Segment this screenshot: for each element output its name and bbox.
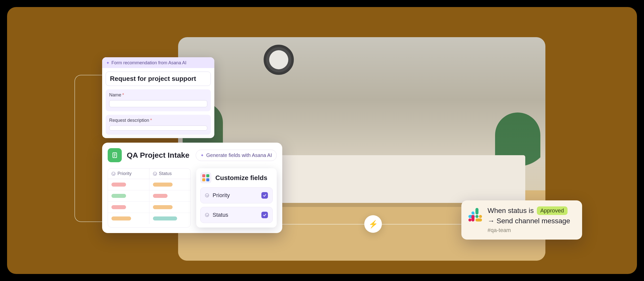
generate-fields-button[interactable]: ✦ Generate fields with Asana AI	[196, 150, 277, 161]
automation-rule-card: When status is Approved → Send channel m…	[461, 200, 582, 240]
slack-icon	[468, 207, 482, 221]
sparkle-icon: ✦	[200, 153, 204, 158]
required-marker: *	[122, 92, 124, 98]
column-header-status: Status	[149, 168, 191, 179]
automation-bolt-badge: ⚡	[364, 215, 382, 233]
form-group-description: Request description *	[106, 115, 211, 135]
column-header-priority: Priority	[108, 168, 149, 179]
fields-preview-table: Priority Status	[108, 168, 191, 228]
form-title-input[interactable]: Request for project support	[106, 72, 211, 86]
generate-fields-label: Generate fields with Asana AI	[206, 152, 272, 158]
rule-action-label: Send channel message	[497, 217, 570, 225]
form-group-name: Name *	[106, 89, 211, 111]
chevron-down-icon	[205, 193, 209, 197]
chevron-down-icon	[205, 213, 209, 217]
checkbox-checked-icon[interactable]	[261, 212, 268, 218]
customize-icon	[200, 172, 211, 183]
chevron-down-icon	[111, 172, 115, 176]
field-label-status: Status	[213, 212, 258, 218]
table-row	[108, 179, 190, 190]
field-label-priority: Priority	[213, 192, 258, 199]
description-input[interactable]	[109, 126, 207, 131]
background-panel: ⚡ ✦ Form recommendation from Asana AI Re…	[7, 7, 637, 274]
table-row	[108, 202, 190, 213]
checkbox-checked-icon[interactable]	[261, 192, 268, 199]
arrow-icon: →	[488, 217, 495, 225]
form-recommendation-card: ✦ Form recommendation from Asana AI Requ…	[102, 57, 214, 138]
field-toggle-status[interactable]: Status	[200, 207, 273, 223]
table-row	[108, 190, 190, 202]
name-input[interactable]	[109, 100, 207, 107]
field-toggle-priority[interactable]: Priority	[200, 187, 273, 203]
description-field-label: Request description	[109, 118, 149, 123]
name-field-label: Name	[109, 92, 121, 98]
project-title: QA Project Intake	[127, 151, 191, 159]
wall-clock-icon	[264, 45, 294, 75]
status-badge: Approved	[537, 206, 568, 215]
form-card-header: ✦ Form recommendation from Asana AI	[102, 57, 214, 68]
sparkle-icon: ✦	[106, 61, 109, 65]
required-marker: *	[150, 118, 152, 123]
project-icon	[108, 148, 122, 162]
project-intake-card: QA Project Intake ✦ Generate fields with…	[102, 143, 282, 233]
bolt-icon: ⚡	[369, 220, 378, 229]
table-row	[108, 213, 190, 224]
chevron-down-icon	[153, 172, 157, 176]
customize-title: Customize fields	[215, 174, 267, 182]
connector-line-left	[74, 75, 105, 222]
rule-channel: #qa-team	[488, 227, 576, 234]
customize-fields-card: Customize fields Priority Status	[196, 168, 277, 228]
rule-condition-prefix: When status is	[488, 207, 534, 215]
form-header-label: Form recommendation from Asana AI	[111, 60, 186, 66]
